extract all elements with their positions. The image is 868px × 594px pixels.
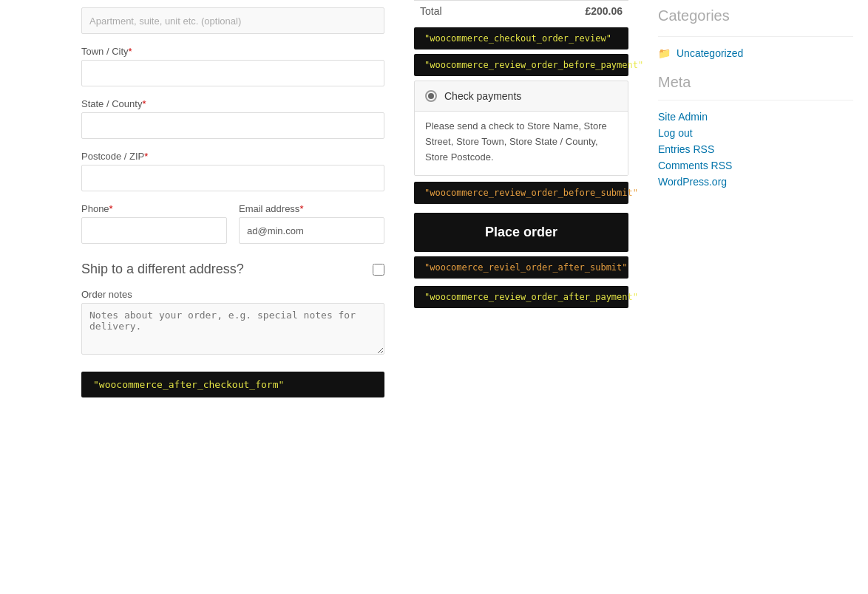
category-uncategorized-link[interactable]: Uncategorized — [677, 47, 743, 59]
meta-title: Meta — [658, 74, 853, 91]
postcode-required: * — [144, 151, 148, 162]
phone-email-row: Phone* Email address* — [81, 203, 384, 256]
after-checkout-hook-bar: "woocommerce_after_checkout_form" — [81, 372, 384, 397]
meta-divider — [658, 100, 853, 100]
payment-description: Please send a check to Store Name, Store… — [415, 111, 628, 175]
phone-label: Phone* — [81, 203, 227, 214]
check-payments-label: Check payments — [444, 90, 521, 102]
after-checkout-hook-text: "woocommerce_after_checkout_form" — [93, 379, 284, 390]
left-column: Town / City* State / County* Postcode / … — [0, 0, 399, 594]
town-input[interactable] — [81, 60, 384, 86]
email-label: Email address* — [239, 203, 384, 214]
meta-entries-rss-link[interactable]: Entries RSS — [658, 143, 853, 155]
total-value: £200.06 — [501, 1, 628, 22]
folder-icon: 📁 — [658, 47, 671, 59]
order-notes-textarea[interactable] — [81, 303, 384, 355]
meta-comments-rss-link[interactable]: Comments RSS — [658, 160, 853, 171]
meta-site-admin-link[interactable]: Site Admin — [658, 111, 853, 123]
phone-group: Phone* — [81, 203, 227, 244]
meta-wordpress-org-link[interactable]: WordPress.org — [658, 176, 853, 188]
address2-input[interactable] — [81, 7, 384, 34]
hook-review-before-submit: "woocommerce_review_order_before_submit" — [414, 182, 628, 204]
state-label: State / County* — [81, 98, 384, 109]
total-row: Total £200.06 — [414, 1, 628, 22]
middle-column: Total £200.06 "woocommerce_checkout_orde… — [399, 0, 643, 594]
phone-input[interactable] — [81, 217, 227, 244]
town-group: Town / City* — [81, 46, 384, 86]
radio-icon-inner — [428, 93, 434, 99]
email-group: Email address* — [239, 203, 384, 244]
ship-different-checkbox[interactable] — [373, 264, 384, 276]
hook-review-before-payment: "woocommerce_review_order_before_payment… — [414, 54, 628, 76]
hook-review-after-submit: "woocomerce_reviel_order_after_submit" — [414, 256, 628, 279]
meta-links: Site Admin Log out Entries RSS Comments … — [658, 111, 853, 188]
radio-icon — [425, 90, 437, 102]
meta-log-out-link[interactable]: Log out — [658, 127, 853, 139]
place-order-button[interactable]: Place order — [414, 213, 628, 252]
hook-checkout-order-review: "woocommerce_checkout_order_review" — [414, 27, 628, 50]
email-required: * — [299, 203, 303, 214]
ship-different-label: Ship to a different address? — [81, 262, 244, 277]
order-notes-group: Order notes — [81, 289, 384, 357]
total-label: Total — [414, 1, 501, 22]
postcode-input[interactable] — [81, 165, 384, 191]
state-required: * — [142, 98, 146, 109]
hook-review-after-payment: "woocommerce_review_order_after_payment" — [414, 286, 628, 308]
right-column: Categories 📁 Uncategorized Meta Site Adm… — [643, 0, 868, 594]
phone-required: * — [109, 203, 113, 214]
address2-group — [81, 7, 384, 34]
categories-title: Categories — [658, 7, 853, 24]
categories-divider — [658, 36, 853, 37]
check-payments-option[interactable]: Check payments — [415, 81, 628, 111]
email-input[interactable] — [239, 217, 384, 244]
ship-different-row: Ship to a different address? — [81, 262, 384, 277]
total-table: Total £200.06 — [414, 0, 628, 21]
state-group: State / County* — [81, 98, 384, 139]
town-label: Town / City* — [81, 46, 384, 57]
postcode-group: Postcode / ZIP* — [81, 151, 384, 191]
town-required: * — [129, 46, 132, 57]
payment-section: Check payments Please send a check to St… — [414, 81, 628, 176]
postcode-label: Postcode / ZIP* — [81, 151, 384, 162]
state-input[interactable] — [81, 112, 384, 139]
category-item: 📁 Uncategorized — [658, 47, 853, 59]
order-notes-label: Order notes — [81, 289, 384, 300]
